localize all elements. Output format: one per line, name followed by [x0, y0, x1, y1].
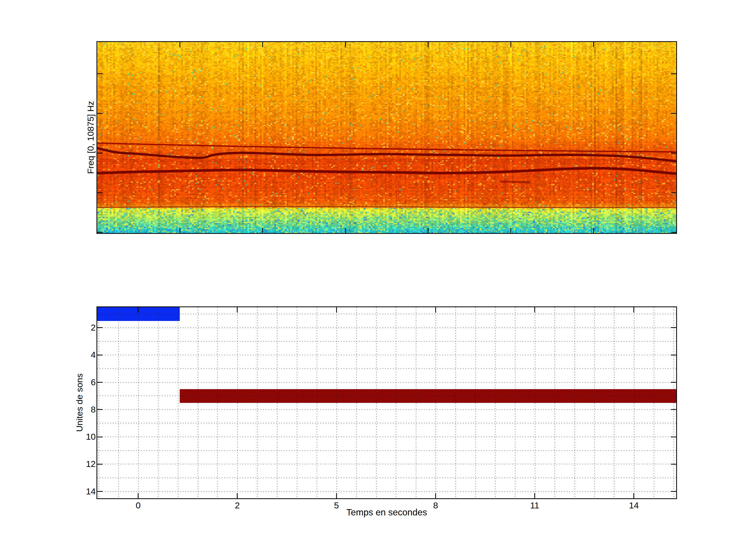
- gridline-x: [217, 307, 218, 498]
- gridline-x: [237, 307, 238, 498]
- tick-mark: [435, 493, 436, 498]
- gridline-x: [654, 307, 654, 498]
- tick-mark: [345, 42, 346, 47]
- tick-mark: [671, 192, 676, 193]
- gridline-x: [475, 307, 476, 498]
- gridline-x: [138, 307, 139, 498]
- tick-mark: [97, 436, 102, 437]
- tick-mark: [97, 73, 102, 74]
- gridline-y: [97, 464, 676, 464]
- y-tick-label: 10: [62, 432, 96, 441]
- tick-mark: [671, 153, 676, 154]
- gridline-x: [634, 307, 635, 498]
- tick-mark: [97, 113, 102, 114]
- gridline-x: [515, 307, 515, 498]
- tick-mark: [237, 493, 238, 498]
- tick-mark: [671, 491, 676, 492]
- tick-mark: [634, 493, 634, 498]
- tick-mark: [179, 42, 180, 47]
- x-tick-label: 5: [334, 501, 339, 510]
- tick-mark: [671, 355, 676, 355]
- tick-mark: [593, 228, 594, 233]
- gridline-y: [97, 355, 676, 355]
- matlab-figure: Freq [0, 10875] Hz Unites de sons Temps …: [0, 0, 747, 560]
- tick-mark: [534, 307, 535, 313]
- activity-xlabel: Temps en secondes: [346, 507, 427, 517]
- gridline-x: [436, 307, 436, 498]
- tick-mark: [138, 307, 138, 313]
- tick-mark: [534, 493, 535, 498]
- gridline-x: [336, 307, 337, 498]
- tick-mark: [428, 42, 429, 47]
- tick-mark: [262, 42, 263, 47]
- tick-mark: [336, 493, 337, 498]
- y-tick-label: 4: [62, 350, 96, 359]
- tick-mark: [428, 228, 429, 233]
- y-tick-label: 12: [62, 459, 96, 468]
- tick-mark: [671, 436, 676, 437]
- tick-mark: [671, 409, 676, 410]
- gridline-y: [97, 436, 676, 437]
- gridline-y: [97, 396, 676, 396]
- tick-mark: [97, 232, 102, 233]
- gridline-y: [97, 327, 676, 328]
- gridline-x: [118, 307, 119, 498]
- tick-mark: [138, 493, 138, 498]
- tick-mark: [511, 228, 511, 233]
- gridline-x: [574, 307, 575, 498]
- tick-mark: [671, 464, 676, 464]
- gridline-x: [178, 307, 178, 498]
- x-tick-label: 11: [530, 501, 539, 510]
- tick-mark: [671, 327, 676, 328]
- tick-mark: [262, 228, 263, 233]
- x-tick-label: 2: [235, 501, 240, 510]
- spectrogram-panel: [97, 41, 677, 234]
- spectrogram-ylabel: Freq [0, 10875] Hz: [85, 101, 96, 174]
- gridline-x: [356, 307, 357, 498]
- tick-mark: [336, 307, 337, 313]
- gridline-x: [594, 307, 595, 498]
- x-tick-label: 14: [629, 501, 639, 510]
- x-tick-label: 0: [136, 501, 140, 510]
- tick-mark: [511, 42, 511, 47]
- gridline-y: [97, 314, 676, 314]
- gridline-x: [158, 307, 158, 498]
- gridline-x: [416, 307, 416, 498]
- gridline-x: [535, 307, 535, 498]
- tick-mark: [671, 113, 676, 114]
- y-tick-label: 8: [62, 405, 96, 414]
- x-tick-label: 8: [433, 501, 438, 510]
- gridline-x: [674, 307, 674, 498]
- y-tick-label: 14: [62, 487, 96, 496]
- tick-mark: [97, 327, 102, 328]
- gridline-x: [277, 307, 278, 498]
- gridline-x: [396, 307, 396, 498]
- tick-mark: [97, 409, 102, 410]
- gridline-y: [97, 423, 676, 423]
- tick-mark: [97, 153, 102, 154]
- gridline-x: [297, 307, 297, 498]
- gridline-y: [97, 409, 676, 410]
- tick-mark: [97, 464, 102, 464]
- gridline-x: [317, 307, 317, 498]
- y-tick-label: 6: [62, 377, 96, 386]
- tick-mark: [179, 228, 180, 233]
- gridline-x: [198, 307, 198, 498]
- gridline-x: [99, 307, 99, 498]
- gridline-y: [97, 368, 676, 369]
- tick-mark: [97, 382, 102, 383]
- gridline-x: [376, 307, 377, 498]
- gridline-x: [495, 307, 496, 498]
- spectrogram-image: [97, 42, 676, 233]
- gridline-y: [97, 341, 676, 342]
- tick-mark: [97, 192, 102, 193]
- tick-mark: [237, 307, 238, 313]
- tick-mark: [671, 382, 676, 383]
- tick-mark: [671, 73, 676, 74]
- tick-mark: [593, 42, 594, 47]
- activity-panel: [97, 306, 677, 499]
- tick-mark: [97, 355, 102, 355]
- y-tick-label: 2: [62, 323, 96, 332]
- gridline-y: [97, 450, 676, 451]
- tick-mark: [97, 491, 102, 492]
